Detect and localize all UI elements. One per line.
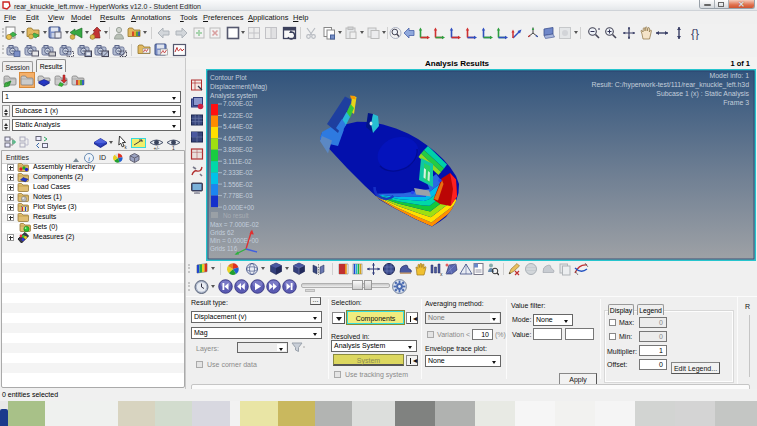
svg-text:3.889E-02: 3.889E-02 — [223, 146, 253, 153]
svg-text:Displacement(Mag): Displacement(Mag) — [210, 83, 267, 91]
svg-text:+/-: +/- — [154, 145, 160, 151]
svg-text:Grids 62: Grids 62 — [210, 229, 235, 236]
svg-text:Subcase 1 (x) : Static Analysi: Subcase 1 (x) : Static Analysis — [656, 90, 749, 98]
svg-text:No result: No result — [223, 212, 249, 219]
svg-text:3.111E-02: 3.111E-02 — [223, 158, 252, 165]
svg-text:Max = 7.000E-02: Max = 7.000E-02 — [210, 221, 259, 228]
svg-text:6.222E-02: 6.222E-02 — [223, 112, 253, 119]
svg-text:Min = 0.000E+00: Min = 0.000E+00 — [210, 237, 259, 244]
svg-text:7.778E-03: 7.778E-03 — [223, 192, 253, 199]
svg-text:1.556E-02: 1.556E-02 — [223, 181, 253, 188]
svg-text:k: k — [125, 145, 128, 150]
svg-text:4.667E-02: 4.667E-02 — [223, 135, 253, 142]
svg-text:0.000E+00: 0.000E+00 — [223, 204, 255, 211]
svg-text:i: i — [88, 155, 90, 163]
svg-text:1: 1 — [172, 145, 175, 151]
svg-text:Model info: 1: Model info: 1 — [710, 72, 750, 79]
svg-text:x: x — [440, 271, 443, 277]
svg-text:Frame 3: Frame 3 — [723, 99, 749, 106]
svg-text:{}: {} — [691, 27, 699, 41]
svg-text:5.444E-02: 5.444E-02 — [223, 123, 253, 130]
svg-text:2.333E-02: 2.333E-02 — [223, 169, 253, 176]
svg-text:Grids 116: Grids 116 — [210, 245, 238, 252]
svg-text:Analysis system: Analysis system — [210, 92, 258, 100]
svg-text:Contour Plot: Contour Plot — [210, 74, 247, 81]
svg-text:7.000E-02: 7.000E-02 — [223, 100, 253, 107]
svg-text:Result: C:/hyperwork-test/111/: Result: C:/hyperwork-test/111/rear_knuck… — [591, 81, 749, 89]
